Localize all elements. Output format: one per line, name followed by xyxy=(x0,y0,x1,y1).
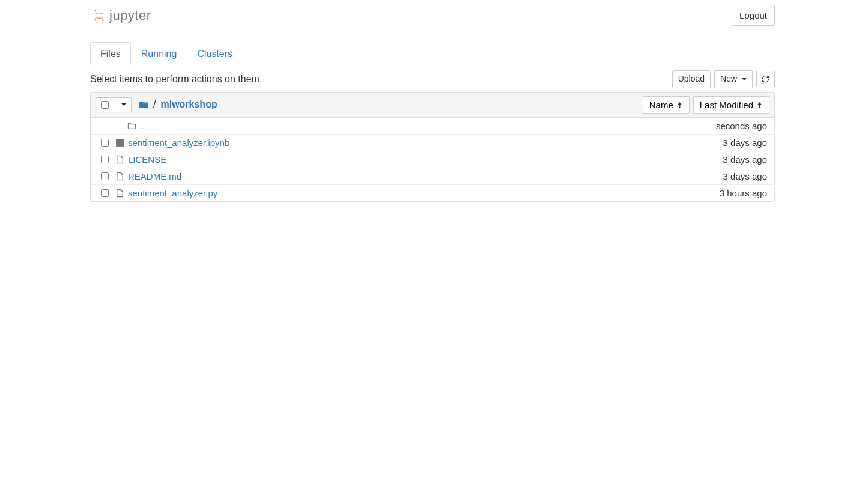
select-all-checkbox[interactable] xyxy=(101,101,109,109)
file-link[interactable]: LICENSE xyxy=(128,154,166,165)
select-all-checkbox-wrap[interactable] xyxy=(96,98,114,112)
file-row-parent[interactable]: .. seconds ago xyxy=(91,118,774,135)
arrow-up-icon xyxy=(756,102,763,108)
row-checkbox[interactable] xyxy=(101,139,109,147)
file-list-header: / mlworkshop Name Last Modified xyxy=(91,93,774,118)
file-icon xyxy=(114,155,126,164)
file-icon xyxy=(114,172,126,181)
file-row[interactable]: README.md 3 days ago xyxy=(91,168,774,185)
folder-home-icon[interactable] xyxy=(139,100,148,109)
file-row[interactable]: LICENSE 3 days ago xyxy=(91,151,774,168)
file-icon xyxy=(114,189,126,198)
jupyter-logo-icon xyxy=(93,9,106,22)
caret-down-icon xyxy=(742,78,747,80)
file-link[interactable]: sentiment_analyzer.py xyxy=(128,188,217,198)
upload-button[interactable]: Upload xyxy=(672,70,711,88)
breadcrumb-separator: / xyxy=(153,99,156,110)
file-link[interactable]: .. xyxy=(140,121,145,131)
action-hint: Select items to perform actions on them. xyxy=(90,74,262,85)
file-modified: 3 days ago xyxy=(723,154,769,165)
breadcrumb: / mlworkshop xyxy=(139,99,217,110)
select-all-group xyxy=(96,97,132,112)
new-dropdown-button[interactable]: New xyxy=(714,70,753,88)
sort-modified-label: Last Modified xyxy=(700,100,753,110)
sort-modified-button[interactable]: Last Modified xyxy=(693,96,769,114)
file-link[interactable]: sentiment_analyzer.ipynb xyxy=(128,138,229,148)
file-row[interactable]: sentiment_analyzer.ipynb 3 days ago xyxy=(91,135,774,151)
row-checkbox[interactable] xyxy=(101,189,109,197)
toolbar: Select items to perform actions on them.… xyxy=(90,65,775,92)
logout-button[interactable]: Logout xyxy=(732,5,775,26)
svg-point-2 xyxy=(94,19,96,20)
select-all-dropdown[interactable] xyxy=(114,98,131,112)
caret-down-icon xyxy=(121,103,126,106)
svg-point-1 xyxy=(102,19,104,21)
tab-running[interactable]: Running xyxy=(131,42,187,65)
tab-files[interactable]: Files xyxy=(90,42,131,65)
sort-name-label: Name xyxy=(649,100,673,110)
file-modified: 3 hours ago xyxy=(720,188,769,198)
row-checkbox[interactable] xyxy=(101,156,109,163)
row-checkbox[interactable] xyxy=(101,172,109,180)
svg-point-0 xyxy=(95,10,96,11)
new-button-label: New xyxy=(720,74,737,83)
notebook-icon xyxy=(114,138,126,147)
file-modified: seconds ago xyxy=(716,121,769,131)
arrow-up-icon xyxy=(676,102,683,108)
refresh-button[interactable] xyxy=(756,71,775,87)
breadcrumb-current[interactable]: mlworkshop xyxy=(160,99,217,110)
file-link[interactable]: README.md xyxy=(128,171,181,181)
jupyter-logo[interactable]: jupyter xyxy=(90,8,151,23)
page-header: jupyter Logout xyxy=(0,0,865,31)
refresh-icon xyxy=(761,74,770,83)
folder-outline-icon xyxy=(126,121,138,130)
file-row[interactable]: sentiment_analyzer.py 3 hours ago xyxy=(91,185,774,201)
tab-clusters[interactable]: Clusters xyxy=(187,42,243,65)
file-modified: 3 days ago xyxy=(723,138,769,148)
sort-name-button[interactable]: Name xyxy=(643,96,690,114)
file-modified: 3 days ago xyxy=(723,171,769,181)
jupyter-logo-text: jupyter xyxy=(109,8,151,23)
file-list-panel: / mlworkshop Name Last Modified .. secon… xyxy=(90,92,775,202)
main-tabs: Files Running Clusters xyxy=(90,42,775,65)
